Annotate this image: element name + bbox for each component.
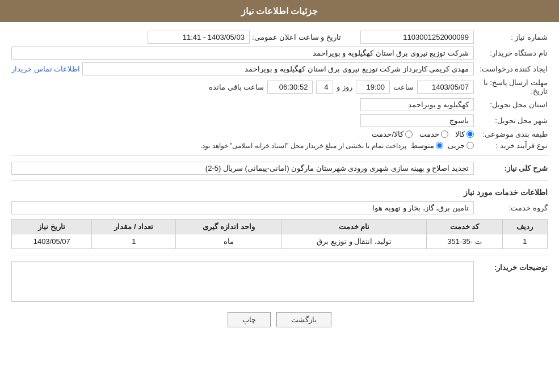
buyer-notes-label: توضیحات خریدار: (474, 261, 548, 272)
cell-name-0: تولید، انتقال و توزیع برق (281, 234, 427, 249)
category-label: طبقه بندی موضوعی: (474, 130, 548, 138)
publish-label: تاریخ و ساعت اعلان عمومی: (252, 33, 341, 41)
category-radio-group: کالا خدمت کالا/خدمت (11, 130, 474, 138)
deadline-date: 1403/05/07 (417, 81, 474, 94)
col-header-unit: واحد اندازه گیری (176, 220, 281, 234)
deadline-time: 19:00 (356, 81, 390, 94)
purchase-type-row: نوع فرآیند خرید : جزیی متوسط پرداخت تمام… (11, 141, 548, 150)
delivery-city-label: شهر محل تحویل: (474, 116, 548, 125)
purchase-type-note: پرداخت تمام یا بخشی از مبلغ خریداز محل "… (200, 142, 406, 150)
main-content: شماره نیاز : 1103001252000099 تاریخ و سا… (0, 22, 559, 344)
purchase-type-motavasset: متوسط (411, 141, 443, 150)
deadline-day-label: روز و (337, 83, 352, 91)
category-kala-khedmat-label: کالا/خدمت (372, 130, 404, 138)
requester-row: ایجاد کننده درخواست: مهدی کریمی کاربرداز… (11, 62, 548, 75)
services-table: ردیف کد خدمت نام خدمت واحد اندازه گیری ت… (11, 219, 548, 249)
page-title: جزئیات اطلاعات نیاز (241, 6, 318, 16)
delivery-city-value: یاسوج (360, 114, 474, 127)
requester-label: ایجاد کننده درخواست: (474, 65, 548, 73)
col-header-date: تاریخ نیاز (12, 220, 92, 234)
delivery-province-value: کهگیلویه و بویراحمد (360, 98, 474, 111)
service-group-value: تامین برق، گاز، بخار و تهویه هوا (11, 201, 474, 214)
back-button[interactable]: بازگشت (276, 312, 331, 327)
deadline-remaining: 06:30:52 (267, 81, 313, 94)
cell-unit-0: ماه (176, 234, 281, 249)
table-header-row: ردیف کد خدمت نام خدمت واحد اندازه گیری ت… (12, 220, 548, 234)
purchase-jozi-label: جزیی (448, 141, 465, 150)
need-number-row: شماره نیاز : 1103001252000099 تاریخ و سا… (11, 31, 548, 44)
cell-qty-0: 1 (92, 234, 176, 249)
divider-1 (11, 155, 548, 156)
category-kala-label: کالا (455, 130, 465, 138)
purchase-type-jozi: جزیی (448, 141, 474, 150)
purchase-type-jozi-radio[interactable] (466, 142, 474, 149)
col-header-name: نام خدمت (281, 220, 427, 234)
service-group-label: گروه خدمت: (474, 204, 548, 212)
purchase-type-label: نوع فرآیند خرید : (474, 141, 548, 150)
category-row: طبقه بندی موضوعی: کالا خدمت کالا/خدمت (11, 130, 548, 138)
category-radio-kala[interactable] (466, 130, 474, 138)
cell-row-0: 1 (502, 234, 547, 249)
deadline-label: مهلت ارسال پاسخ: تا تاریخ: (474, 78, 548, 95)
category-khedmat-label: خدمت (419, 130, 439, 138)
contact-link[interactable]: اطلاعات تماس خریدار (11, 65, 80, 73)
need-number-value: 1103001252000099 (360, 31, 474, 44)
cell-date-0: 1403/05/07 (12, 234, 92, 249)
need-desc-row: شرح کلی نیاز: تجدید اصلاح و بهینه سازی ش… (11, 162, 548, 175)
publish-value: 1403/05/03 - 11:41 (148, 31, 250, 44)
category-option-khedmat: خدمت (419, 130, 448, 138)
delivery-province-label: استان محل تحویل: (474, 100, 548, 109)
delivery-city-row: شهر محل تحویل: یاسوج (11, 114, 548, 127)
service-group-row: گروه خدمت: تامین برق، گاز، بخار و تهویه … (11, 201, 548, 214)
print-button[interactable]: چاپ (228, 312, 271, 327)
divider-3 (11, 255, 548, 255)
services-section-title: اطلاعات خدمات مورد نیاز (11, 188, 548, 197)
buyer-notes-row: توضیحات خریدار: (11, 261, 548, 304)
delivery-province-row: استان محل تحویل: کهگیلویه و بویراحمد (11, 98, 548, 111)
table-row: 1 ت -35-351 تولید، انتقال و توزیع برق ما… (12, 234, 548, 249)
col-header-qty: تعداد / مقدار (92, 220, 176, 234)
category-option-kala-khedmat: کالا/خدمت (372, 130, 413, 138)
buyer-name-row: نام دستگاه خریدار: شرکت توزیع نیروی برق … (11, 47, 548, 60)
deadline-time-label: ساعت (393, 83, 414, 91)
footer-buttons: بازگشت چاپ (11, 312, 548, 327)
requester-value: مهدی کریمی کاربرداز شرکت توزیع نیروی برق… (82, 62, 474, 75)
deadline-remaining-label: ساعت باقی مانده (209, 83, 264, 91)
buyer-name-value: شرکت توزیع نیروی برق استان کهگیلویه و بو… (11, 47, 474, 60)
divider-2 (11, 180, 548, 181)
purchase-motavasset-label: متوسط (411, 141, 434, 150)
need-desc-label: شرح کلی نیاز: (474, 164, 548, 172)
col-header-code: کد خدمت (427, 220, 502, 234)
category-radio-kala-khedmat[interactable] (405, 130, 413, 138)
buyer-notes-textarea[interactable] (11, 261, 474, 302)
page-header: جزئیات اطلاعات نیاز (0, 0, 559, 22)
category-option-kala: کالا (455, 130, 474, 138)
deadline-days: 4 (316, 81, 333, 94)
buyer-name-label: نام دستگاه خریدار: (474, 49, 548, 57)
need-number-label: شماره نیاز : (474, 33, 548, 41)
deadline-row: مهلت ارسال پاسخ: تا تاریخ: 1403/05/07 سا… (11, 78, 548, 95)
need-desc-value: تجدید اصلاح و بهینه سازی شهری ورودی شهرس… (11, 162, 474, 175)
cell-code-0: ت -35-351 (427, 234, 502, 249)
col-header-row: ردیف (502, 220, 547, 234)
purchase-type-motavasset-radio[interactable] (436, 142, 443, 149)
category-radio-khedmat[interactable] (441, 130, 448, 138)
page-wrapper: جزئیات اطلاعات نیاز شماره نیاز : 1103001… (0, 0, 559, 392)
